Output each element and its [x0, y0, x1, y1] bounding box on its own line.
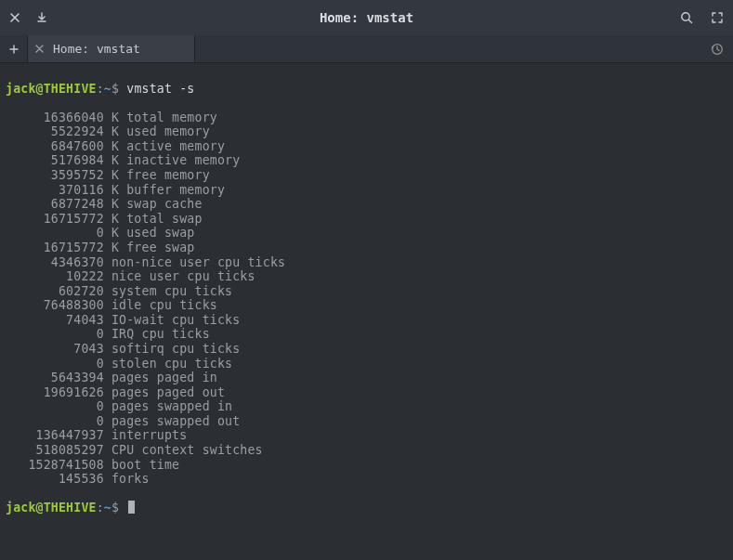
output-line: 518085297 CPU context switches — [6, 443, 727, 458]
output-line: 602720 system cpu ticks — [6, 284, 727, 299]
output-line: 5176984 K inactive memory — [6, 153, 727, 168]
terminal-viewport[interactable]: jack@THEHIVE:~$ vmstat -s 16366040 K tot… — [0, 63, 733, 534]
output-line: 76488300 idle cpu ticks — [6, 298, 727, 313]
output-line: 0 stolen cpu ticks — [6, 357, 727, 371]
cursor — [128, 501, 135, 514]
output-line: 6877248 K swap cache — [6, 197, 727, 212]
output-line: 1528741508 boot time — [6, 458, 727, 473]
output-line: 16366040 K total memory — [6, 111, 727, 125]
output-line: 136447937 interrupts — [6, 428, 727, 443]
output-line: 0 pages swapped in — [6, 399, 727, 414]
output-line: 5522924 K used memory — [6, 124, 727, 139]
prompt-path: ~ — [104, 82, 111, 96]
tab-close-icon[interactable] — [35, 45, 44, 53]
prompt-dollar: $ — [111, 82, 119, 96]
output-line: 370116 K buffer memory — [6, 183, 727, 198]
window-titlebar: Home: vmstat — [0, 0, 733, 35]
output-line: 74043 IO-wait cpu ticks — [6, 313, 727, 328]
output-line: 6847600 K active memory — [6, 139, 727, 154]
output-line: 16715772 K total swap — [6, 212, 727, 227]
output-line: 10222 nice user cpu ticks — [6, 269, 727, 284]
tab-bar: Home: vmstat — [0, 35, 733, 63]
output-line: 3595752 K free memory — [6, 168, 727, 183]
prompt-sep: : — [97, 82, 104, 96]
prompt-at: @ — [36, 82, 44, 96]
output-line: 16715772 K free swap — [6, 241, 727, 255]
command-output: 16366040 K total memory 5522924 K used m… — [6, 111, 727, 487]
history-button[interactable] — [701, 35, 733, 62]
new-tab-button[interactable] — [0, 35, 28, 62]
output-line: 5643394 pages paged in — [6, 371, 727, 385]
prompt-dollar: $ — [111, 501, 119, 514]
search-icon[interactable] — [679, 10, 694, 25]
prompt-host: THEHIVE — [44, 82, 97, 96]
tab-active[interactable]: Home: vmstat — [28, 35, 195, 62]
output-line: 0 K used swap — [6, 226, 727, 241]
window-title: Home: vmstat — [0, 10, 733, 25]
command-text: vmstat -s — [126, 82, 194, 96]
prompt-path: ~ — [104, 501, 111, 514]
prompt-sep: : — [97, 501, 104, 514]
prompt-host: THEHIVE — [44, 501, 97, 514]
output-line: 0 pages swapped out — [6, 414, 727, 429]
prompt-user: jack — [6, 82, 36, 96]
close-icon[interactable] — [9, 12, 20, 23]
tab-label: Home: vmstat — [53, 42, 140, 56]
download-icon[interactable] — [35, 11, 48, 24]
prompt-line: jack@THEHIVE:~$ vmstat -s — [6, 82, 727, 97]
output-line: 4346370 non-nice user cpu ticks — [6, 255, 727, 270]
prompt-user: jack — [6, 501, 36, 514]
prompt-at: @ — [36, 501, 44, 514]
fullscreen-icon[interactable] — [711, 11, 724, 24]
output-line: 7043 softirq cpu ticks — [6, 342, 727, 357]
output-line: 0 IRQ cpu ticks — [6, 327, 727, 342]
output-line: 145536 forks — [6, 472, 727, 487]
prompt-line-2: jack@THEHIVE:~$ — [6, 501, 727, 515]
output-line: 19691626 pages paged out — [6, 385, 727, 400]
